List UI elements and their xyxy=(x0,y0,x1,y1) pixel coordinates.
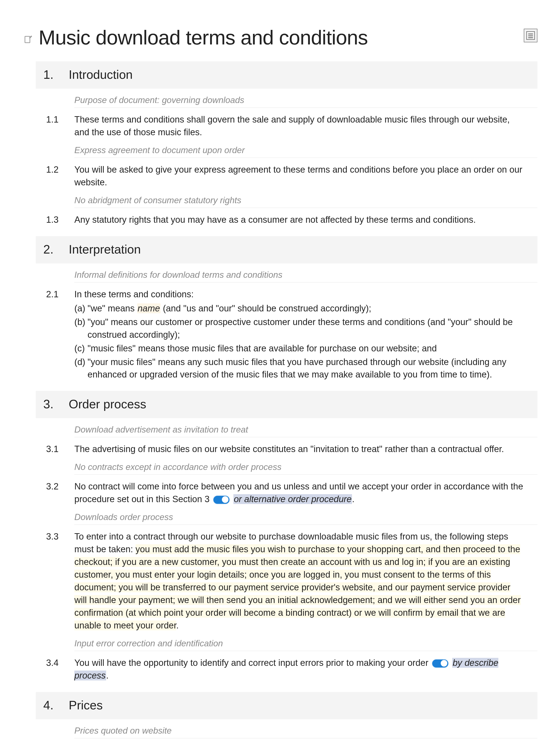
list-text: "your music files" means any such music … xyxy=(88,356,523,381)
clause-body: In these terms and conditions: (a) "we" … xyxy=(75,288,528,381)
clause-number: 3.3 xyxy=(36,531,75,632)
text-segment: (and "us and "our" should be construed a… xyxy=(160,303,371,313)
list-text: "we" means name (and "us and "our" shoul… xyxy=(88,302,523,315)
optional-toggle[interactable] xyxy=(213,495,230,504)
section-number: 3. xyxy=(43,397,69,411)
list-marker: (a) xyxy=(75,302,88,315)
clause-body: The advertising of music files on our we… xyxy=(75,443,528,456)
clause-body: To enter into a contract through our web… xyxy=(75,531,528,632)
clause-3-4: 3.4 You will have the opportunity to ide… xyxy=(36,657,528,682)
clause-body: Any statutory rights that you may have a… xyxy=(75,213,528,226)
clause-subtitle: Input error correction and identificatio… xyxy=(75,638,537,651)
clause-subtitle: Prices quoted on website xyxy=(75,726,537,738)
section-header-order-process: 3. Order process xyxy=(36,391,537,418)
list-text: "music files" means those music files th… xyxy=(88,342,523,355)
clause-number: 1.3 xyxy=(36,213,75,226)
list-marker: (d) xyxy=(75,356,88,381)
clause-subtitle: No contracts except in accordance with o… xyxy=(75,462,537,475)
list-marker: (c) xyxy=(75,342,88,355)
definitions-list: (a) "we" means name (and "us and "our" s… xyxy=(75,302,523,381)
text-segment: or xyxy=(234,494,244,504)
clause-number: 3.1 xyxy=(36,443,75,456)
clause-intro: In these terms and conditions: xyxy=(75,289,194,299)
text-segment: . xyxy=(352,494,355,504)
clause-1-2: 1.2 You will be asked to give your expre… xyxy=(36,163,528,189)
clause-subtitle: No abridgment of consumer statutory righ… xyxy=(75,195,537,208)
section-title: Introduction xyxy=(69,67,133,82)
clause-subtitle: Downloads order process xyxy=(75,512,537,525)
section-header-interpretation: 2. Interpretation xyxy=(36,236,537,263)
clause-subtitle: Informal definitions for download terms … xyxy=(75,270,537,283)
text-segment: "we" means xyxy=(88,303,137,313)
clause-subtitle: Purpose of document: governing downloads xyxy=(75,95,537,108)
clause-body: These terms and conditions shall govern … xyxy=(75,113,528,139)
editable-highlight[interactable]: you must add the music files you wish to… xyxy=(75,544,521,630)
optional-toggle[interactable] xyxy=(432,659,449,668)
toc-button[interactable] xyxy=(524,29,537,42)
text-segment: You will have the opportunity to identif… xyxy=(75,658,428,668)
clause-body: You will be asked to give your express a… xyxy=(75,163,528,189)
text-segment: . xyxy=(106,671,109,681)
clause-3-2: 3.2 No contract will come into force bet… xyxy=(36,480,528,506)
optional-segment: or alternative order procedure xyxy=(234,494,352,504)
svg-rect-0 xyxy=(25,36,30,43)
list-item: (d) "your music files" means any such mu… xyxy=(75,356,523,381)
clause-3-3: 3.3 To enter into a contract through our… xyxy=(36,531,528,632)
list-item: (c) "music files" means those music file… xyxy=(75,342,523,355)
section-header-prices: 4. Prices xyxy=(36,692,537,719)
section-header-introduction: 1. Introduction xyxy=(36,61,537,89)
clause-3-1: 3.1 The advertising of music files on ou… xyxy=(36,443,528,456)
placeholder-name[interactable]: name xyxy=(137,303,160,313)
list-text: "you" means our customer or prospective … xyxy=(88,316,523,341)
edit-note-icon xyxy=(23,35,32,44)
section-number: 1. xyxy=(43,67,69,82)
clause-body: You will have the opportunity to identif… xyxy=(75,657,528,682)
text-segment: . xyxy=(176,620,179,630)
list-icon xyxy=(526,31,535,40)
text-segment: by xyxy=(453,658,465,668)
section-number: 4. xyxy=(43,698,69,712)
clause-number: 1.1 xyxy=(36,113,75,139)
list-marker: (b) xyxy=(75,316,88,341)
clause-subtitle: Download advertisement as invitation to … xyxy=(75,425,537,437)
clause-number: 2.1 xyxy=(36,288,75,381)
clause-2-1: 2.1 In these terms and conditions: (a) "… xyxy=(36,288,528,381)
clause-number: 1.2 xyxy=(36,163,75,189)
clause-body: No contract will come into force between… xyxy=(75,480,528,506)
clause-1-3: 1.3 Any statutory rights that you may ha… xyxy=(36,213,528,226)
section-number: 2. xyxy=(43,242,69,256)
clause-number: 3.4 xyxy=(36,657,75,682)
document-title: Music download terms and conditions xyxy=(38,26,537,49)
toggle-knob-icon xyxy=(222,496,229,503)
toggle-knob-icon xyxy=(441,660,447,667)
section-title: Prices xyxy=(69,698,103,712)
list-item: (a) "we" means name (and "us and "our" s… xyxy=(75,302,523,315)
clause-number: 3.2 xyxy=(36,480,75,506)
document-page: Music download terms and conditions 1. I… xyxy=(0,0,560,739)
placeholder-alt-procedure[interactable]: alternative order procedure xyxy=(244,494,352,504)
section-title: Order process xyxy=(69,397,146,411)
clause-subtitle: Express agreement to document upon order xyxy=(75,145,537,158)
list-item: (b) "you" means our customer or prospect… xyxy=(75,316,523,341)
clause-1-1: 1.1 These terms and conditions shall gov… xyxy=(36,113,528,139)
section-title: Interpretation xyxy=(69,242,141,256)
